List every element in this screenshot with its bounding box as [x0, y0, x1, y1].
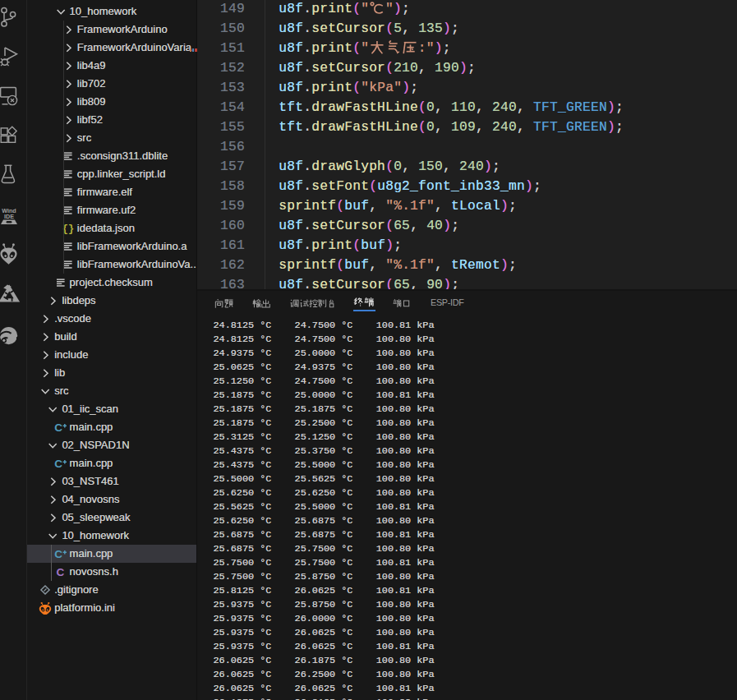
- svg-text:C: C: [54, 548, 62, 560]
- svg-text:C: C: [56, 566, 64, 578]
- svg-text:IDE: IDE: [4, 213, 14, 220]
- svg-text:C: C: [54, 458, 62, 470]
- svg-text:C: C: [54, 421, 62, 434]
